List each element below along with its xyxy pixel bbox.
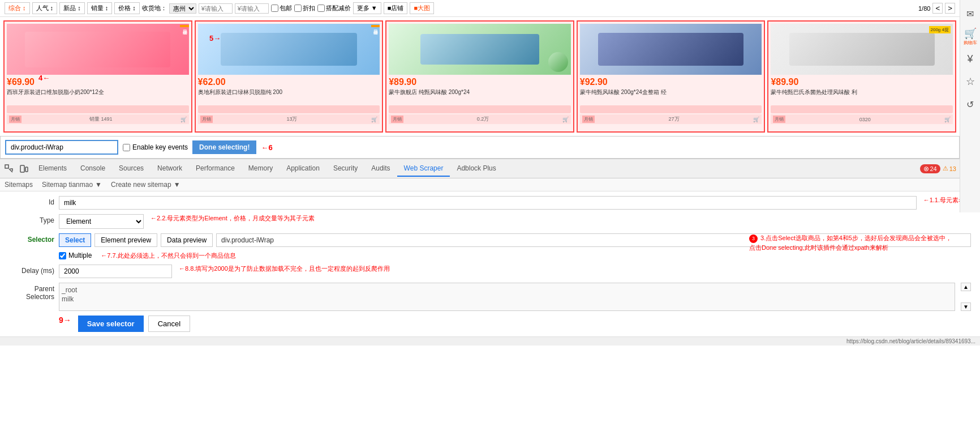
- multiple-checkbox-label[interactable]: Multiple: [59, 252, 92, 259]
- type-label: Type: [9, 214, 54, 224]
- done-selecting-button[interactable]: Done selecting!: [192, 140, 256, 154]
- product-card[interactable]: ¥69.90 进口食品 西班牙原装进口维加脱脂小奶200*12全 月销 销量 1…: [3, 20, 192, 133]
- enable-key-checkbox[interactable]: [123, 144, 130, 151]
- filter-bar: 综合 ↕ 人气 ↕ 新品 ↕ 销量 ↕ 价格 ↕ 收货地： 惠州 包邮: [0, 0, 960, 17]
- price-min-input[interactable]: [199, 3, 233, 14]
- enable-key-events-label[interactable]: Enable key events: [123, 143, 188, 151]
- save-selector-button[interactable]: Save selector: [78, 316, 144, 332]
- cart-icon[interactable]: 🛒 购物车: [961, 27, 979, 45]
- devtools-panel: Elements Console Sources Network Perform…: [0, 159, 980, 346]
- form-actions: 9→ Save selector Cancel: [9, 316, 971, 332]
- product-image: 200g 4提: [771, 24, 953, 75]
- chevron-down-icon: ▼: [174, 181, 180, 189]
- delay-annotation: ←8.8.填写为2000是为了防止数据加载不完全，且也一定程度的起到反爬作用: [179, 265, 390, 273]
- tab-performance[interactable]: Performance: [189, 161, 242, 177]
- prev-page[interactable]: <: [932, 3, 943, 14]
- parent-selector-root[interactable]: _root: [62, 285, 952, 295]
- tab-sources[interactable]: Sources: [112, 161, 151, 177]
- sort-new[interactable]: 新品 ↕: [59, 2, 85, 14]
- parent-selectors-box[interactable]: _root milk: [59, 283, 955, 311]
- id-input[interactable]: [59, 196, 917, 210]
- sort-popularity[interactable]: 人气 ↕: [32, 2, 58, 14]
- discount-checkbox[interactable]: 折扣: [294, 4, 315, 12]
- cart-icon-small[interactable]: 🛒: [753, 117, 759, 122]
- product-card[interactable]: ¥92.90 蒙牛纯甄风味酸 200g*24盒整箱 经 月销 27万 🛒: [577, 20, 766, 133]
- product-image: [389, 24, 571, 75]
- product-price: ¥69.90: [7, 77, 189, 87]
- product-shop: [771, 105, 953, 113]
- type-select[interactable]: Element: [59, 214, 144, 229]
- tab-web-scraper[interactable]: Web Scraper: [397, 161, 450, 177]
- tab-application[interactable]: Application: [280, 161, 326, 177]
- city-select[interactable]: 惠州: [169, 3, 196, 14]
- ws-nav-sitemaps[interactable]: Sitemaps: [5, 181, 33, 189]
- error-count-badge[interactable]: ⊗ 24: [920, 164, 940, 173]
- tab-audits[interactable]: Audits: [364, 161, 397, 177]
- next-page[interactable]: >: [945, 3, 955, 14]
- product-card[interactable]: 200g 4提 ¥89.90 蒙牛纯甄巴氏杀菌热处理风味酸 利 月销 0320 …: [767, 20, 956, 133]
- bundle-checkbox[interactable]: 搭配减价: [317, 4, 351, 12]
- product-card[interactable]: ¥89.90 蒙牛旗舰店 纯甄风味酸 200g*24 月销 0.2万 🛒: [385, 20, 574, 133]
- sort-price[interactable]: 价格 ↕: [114, 2, 140, 14]
- sort-comprehensive[interactable]: 综合 ↕: [5, 2, 30, 14]
- selector-select-button[interactable]: Select: [59, 233, 91, 247]
- element-preview-button[interactable]: Element preview: [94, 233, 157, 247]
- price-max-input[interactable]: [235, 3, 269, 14]
- save-annotation-num: 9→: [59, 316, 71, 332]
- product-sales: 销量 1491: [89, 116, 113, 123]
- annotation-6: ←6: [261, 143, 272, 152]
- data-preview-button[interactable]: Data preview: [161, 233, 213, 247]
- star-icon[interactable]: ☆: [961, 73, 979, 91]
- scroll-down-btn[interactable]: ▼: [961, 302, 971, 311]
- tab-memory[interactable]: Memory: [242, 161, 280, 177]
- cart-icon-small[interactable]: 🛒: [371, 117, 377, 122]
- tab-console[interactable]: Console: [74, 161, 112, 177]
- more-btn[interactable]: 更多 ▼: [353, 2, 381, 14]
- cart-icon-small[interactable]: 🛒: [562, 117, 569, 122]
- ws-nav-sitemap-dropdown[interactable]: Sitemap tianmao ▼: [42, 181, 102, 189]
- product-sold-label: 月销: [582, 116, 595, 123]
- cart-icon-small[interactable]: 🛒: [944, 117, 951, 122]
- selector-row: Selector Select Element preview Data pre…: [9, 233, 971, 247]
- product-sales: 0.2万: [477, 116, 489, 123]
- cart-icon-small[interactable]: 🛒: [180, 117, 187, 122]
- device-toolbar-button[interactable]: [17, 162, 31, 176]
- product-footer: 月销 27万 🛒: [580, 114, 762, 124]
- parent-selectors-scroll: ▲ ▼: [961, 283, 971, 311]
- product-shop: [198, 105, 380, 113]
- svg-rect-2: [25, 167, 28, 172]
- yen-icon[interactable]: ¥: [961, 50, 979, 68]
- product-price: ¥89.90: [771, 77, 953, 87]
- product-sold-label: 月销: [391, 116, 403, 123]
- scroll-up-btn[interactable]: ▲: [961, 283, 971, 291]
- inspect-element-button[interactable]: [2, 162, 16, 176]
- product-card[interactable]: ¥62.00 进口食品 奥地利原装进口绿林贝脱脂纯 200 月销 13万 🛒: [195, 20, 384, 133]
- cancel-button[interactable]: Cancel: [148, 316, 190, 332]
- tab-network[interactable]: Network: [151, 161, 189, 177]
- product-price: ¥62.00: [198, 77, 380, 87]
- product-image: [7, 24, 189, 75]
- tab-adblock-plus[interactable]: Adblock Plus: [450, 161, 502, 177]
- ws-nav-create-dropdown[interactable]: Create new sitemap ▼: [111, 181, 180, 189]
- product-title: 西班牙原装进口维加脱脂小奶200*12全: [7, 88, 189, 104]
- status-bar: https://blog.csdn.net/blog/article/detai…: [0, 336, 980, 346]
- product-sold-label: 月销: [200, 116, 213, 123]
- mail-icon[interactable]: ✉: [961, 5, 979, 23]
- parent-selector-milk[interactable]: milk: [62, 295, 952, 304]
- shop-view-btn[interactable]: ■店铺: [384, 2, 408, 14]
- free-shipping-checkbox[interactable]: 包邮: [271, 4, 292, 12]
- refresh-icon[interactable]: ↺: [961, 95, 979, 113]
- delay-row: Delay (ms) ←8.8.填写为2000是为了防止数据加载不完全，且也一定…: [9, 265, 971, 278]
- tab-security[interactable]: Security: [326, 161, 364, 177]
- tab-elements[interactable]: Elements: [32, 161, 74, 177]
- warning-count-badge[interactable]: ⚠ 13: [943, 165, 956, 172]
- multiple-checkbox-input[interactable]: [59, 252, 66, 259]
- devtools-toolbar: Elements Console Sources Network Perform…: [0, 159, 980, 178]
- product-shop: [389, 105, 571, 113]
- big-view-btn[interactable]: ■大图: [410, 2, 434, 14]
- product-title: 蒙牛纯甄风味酸 200g*24盒整箱 经: [580, 88, 762, 104]
- delay-input[interactable]: [59, 265, 172, 278]
- css-selector-input[interactable]: [5, 140, 118, 155]
- sort-sales[interactable]: 销量 ↕: [87, 2, 113, 14]
- product-sales: 13万: [286, 116, 297, 123]
